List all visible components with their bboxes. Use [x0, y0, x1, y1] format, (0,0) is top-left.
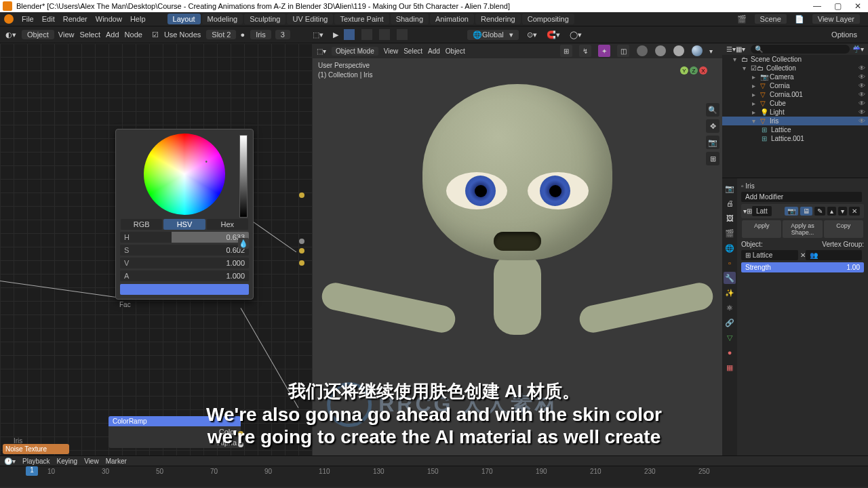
- timeline-view[interactable]: View: [84, 458, 99, 465]
- viewlayer-dropdown[interactable]: View Layer: [812, 14, 860, 24]
- filter-icon[interactable]: ▦▾: [736, 45, 745, 53]
- zoom-icon[interactable]: 🔍: [706, 103, 719, 117]
- menu-node[interactable]: Node: [125, 30, 142, 39]
- vp-menu-select[interactable]: Select: [403, 47, 422, 55]
- mod-move-down[interactable]: ▾: [838, 207, 847, 216]
- mod-display-edit[interactable]: ✎: [814, 207, 825, 216]
- matprev-shading[interactable]: [673, 45, 684, 56]
- outliner-lattice-mod[interactable]: Lattice: [771, 126, 791, 134]
- maximize-button[interactable]: ▢: [827, 0, 848, 12]
- menu-add[interactable]: Add: [106, 30, 119, 39]
- prop-tab-texture[interactable]: ▦: [724, 361, 736, 373]
- material-users[interactable]: 3: [275, 30, 290, 39]
- hue-field[interactable]: H0.633: [120, 232, 249, 243]
- outliner-light[interactable]: Light: [770, 108, 785, 116]
- camera-view-icon[interactable]: 📷: [706, 136, 719, 149]
- outliner-cornia001[interactable]: Cornia.001: [770, 91, 803, 98]
- tab-compositing[interactable]: Compositing: [522, 14, 574, 24]
- saturation-field[interactable]: S0.602: [120, 245, 249, 256]
- nav-gizmo[interactable]: Z X Y: [680, 66, 707, 94]
- prop-tab-object[interactable]: ▫: [724, 257, 736, 269]
- timeline-area[interactable]: 1 10 30 50 70 90 110 130 150 170 190 210…: [0, 466, 868, 487]
- outliner-lattice001-mod[interactable]: Lattice.001: [771, 135, 804, 142]
- menu-window[interactable]: Window: [96, 15, 122, 23]
- select-mode-2[interactable]: [361, 29, 372, 40]
- vertex-group-field[interactable]: 👥: [806, 250, 863, 260]
- shader-type[interactable]: Object: [22, 30, 54, 39]
- clear-icon[interactable]: ✕: [800, 251, 806, 259]
- vp-menu-view[interactable]: View: [384, 47, 399, 55]
- tab-uv[interactable]: UV Editing: [287, 14, 333, 24]
- eyedropper-icon[interactable]: 💧: [238, 238, 249, 249]
- minimize-button[interactable]: —: [807, 0, 827, 12]
- vp-editor-type-icon[interactable]: ⬚▾: [313, 30, 323, 39]
- prop-tab-particles[interactable]: ✨: [724, 287, 736, 299]
- mod-display-render[interactable]: 📷: [785, 207, 798, 216]
- tab-animation[interactable]: Animation: [430, 14, 474, 24]
- options-dropdown[interactable]: Options: [831, 30, 857, 39]
- outliner-cornia[interactable]: Cornia: [770, 82, 789, 89]
- mod-move-up[interactable]: ▴: [827, 207, 836, 216]
- prop-tab-mesh[interactable]: ▽: [724, 331, 736, 344]
- mod-display-viewport[interactable]: 🖥: [800, 207, 812, 216]
- menu-file[interactable]: File: [22, 15, 34, 23]
- tab-rgb[interactable]: RGB: [121, 219, 162, 230]
- modifier-name[interactable]: Latt: [752, 206, 772, 216]
- snap-icon[interactable]: 🧲▾: [547, 30, 560, 39]
- alpha-field[interactable]: A1.000: [120, 270, 249, 281]
- color-swatch[interactable]: [120, 284, 249, 295]
- xray-toggle[interactable]: ◫: [617, 45, 629, 57]
- material-name[interactable]: Iris: [250, 30, 271, 39]
- vp-menu-object[interactable]: Object: [446, 47, 465, 55]
- mode-dropdown[interactable]: Object Mode: [332, 47, 378, 56]
- prop-tab-physics[interactable]: ⚛: [724, 302, 736, 314]
- menu-help[interactable]: Help: [130, 15, 146, 23]
- tab-rendering[interactable]: Rendering: [475, 14, 521, 24]
- prop-tab-output[interactable]: 🖨: [724, 197, 736, 209]
- select-mode-3[interactable]: [379, 29, 390, 40]
- menu-edit[interactable]: Edit: [42, 15, 55, 23]
- tab-sculpting[interactable]: Sculpting: [244, 14, 285, 24]
- color-wheel[interactable]: •: [144, 134, 225, 215]
- proportional-icon[interactable]: ◯▾: [570, 30, 582, 39]
- timeline-editor-icon[interactable]: 🕐▾: [4, 458, 16, 465]
- tab-shading[interactable]: Shading: [391, 14, 429, 24]
- colorramp-node[interactable]: ColorRamp Color Alpha: [108, 416, 241, 448]
- prop-tab-constraints[interactable]: 🔗: [724, 317, 736, 329]
- select-mode-4[interactable]: [397, 29, 408, 40]
- lattice-object-field[interactable]: ⊞ Lattice: [741, 250, 798, 260]
- solid-shading[interactable]: [655, 45, 666, 56]
- shading-toggle-icon[interactable]: ✦: [598, 45, 610, 57]
- close-button[interactable]: ✕: [848, 0, 868, 12]
- move-view-icon[interactable]: ✥: [706, 119, 719, 133]
- prop-tab-render[interactable]: 📷: [724, 182, 736, 195]
- prop-tab-scene[interactable]: 🎬: [724, 227, 736, 239]
- overlay-toggle[interactable]: ⊞: [560, 45, 572, 57]
- outliner-cube[interactable]: Cube: [770, 100, 786, 107]
- timeline-playback[interactable]: Playback: [22, 458, 50, 465]
- pivot-icon[interactable]: ⊙▾: [527, 30, 537, 39]
- gizmo-toggle[interactable]: ↯: [579, 45, 591, 57]
- strength-slider[interactable]: Strength1.00: [741, 262, 864, 272]
- tab-modeling[interactable]: Modeling: [202, 14, 243, 24]
- menu-view[interactable]: View: [58, 30, 75, 39]
- wireframe-shading[interactable]: [637, 45, 648, 56]
- tab-texture-paint[interactable]: Texture Paint: [334, 14, 389, 24]
- add-modifier-dropdown[interactable]: Add Modifier: [741, 192, 862, 202]
- slot-dropdown[interactable]: Slot 2: [206, 30, 236, 39]
- outliner-panel[interactable]: ☰▾ ▦▾ 🔍 ☔▾ ▾🗀Scene Collection ▾☑🗀Collect…: [722, 43, 868, 178]
- outliner-iris[interactable]: Iris: [770, 117, 778, 125]
- vp-menu-add[interactable]: Add: [428, 47, 440, 55]
- editor-type-icon[interactable]: ◐▾: [5, 30, 16, 39]
- noise-texture-node[interactable]: Noise Texture: [3, 444, 69, 454]
- filter-toggle-icon[interactable]: ☔▾: [852, 45, 864, 53]
- editor-icon[interactable]: ⬚▾: [317, 47, 326, 55]
- outliner-type-icon[interactable]: ☰▾: [726, 45, 736, 53]
- copy-button[interactable]: Copy: [824, 220, 863, 238]
- orientation-dropdown[interactable]: 🌐 Global ▾: [467, 30, 519, 40]
- apply-button[interactable]: Apply: [742, 220, 781, 238]
- use-nodes-checkbox[interactable]: Use Nodes: [164, 30, 201, 39]
- prop-tab-material[interactable]: ●: [724, 346, 736, 359]
- apply-as-shape-button[interactable]: Apply as Shape...: [783, 220, 822, 238]
- prop-tab-modifier[interactable]: 🔧: [724, 272, 736, 284]
